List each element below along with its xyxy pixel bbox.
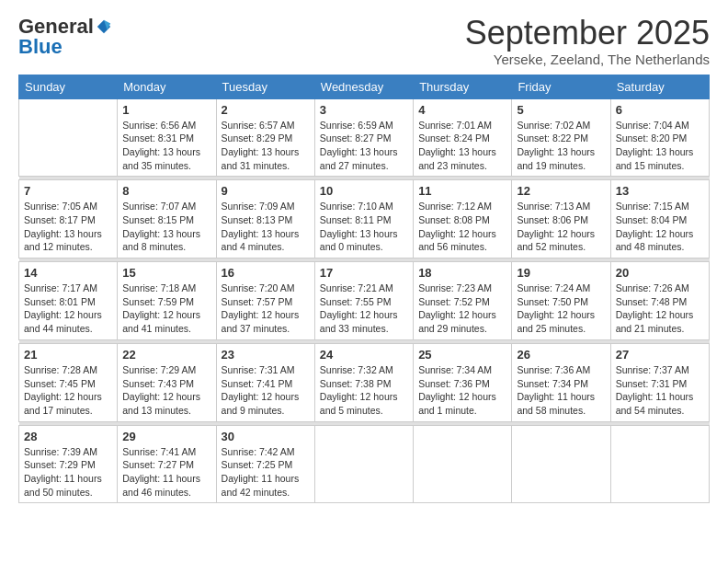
day-info: Sunrise: 7:34 AMSunset: 7:36 PMDaylight:… <box>418 363 506 418</box>
title-block: September 2025 Yerseke, Zeeland, The Net… <box>465 15 710 67</box>
day-number: 23 <box>222 348 310 362</box>
day-cell <box>314 425 413 503</box>
day-info: Sunrise: 7:41 AMSunset: 7:27 PMDaylight:… <box>122 445 210 500</box>
day-cell: 12Sunrise: 7:13 AMSunset: 8:06 PMDayligh… <box>512 180 610 259</box>
day-cell: 27Sunrise: 7:37 AMSunset: 7:31 PMDayligh… <box>610 343 709 421</box>
day-number: 24 <box>320 348 408 362</box>
weekday-header: Thursday <box>414 75 512 98</box>
day-number: 10 <box>320 184 408 198</box>
header: General Blue September 2025 Yerseke, Zee… <box>18 15 710 67</box>
day-info: Sunrise: 7:42 AMSunset: 7:25 PMDaylight:… <box>222 445 310 500</box>
day-cell: 14Sunrise: 7:17 AMSunset: 8:01 PMDayligh… <box>19 262 118 340</box>
day-info: Sunrise: 7:17 AMSunset: 8:01 PMDaylight:… <box>24 282 112 336</box>
day-number: 29 <box>122 430 210 443</box>
day-number: 12 <box>517 184 605 198</box>
day-number: 1 <box>122 103 210 117</box>
day-number: 4 <box>418 103 506 117</box>
day-cell <box>414 425 512 503</box>
day-number: 8 <box>122 184 210 198</box>
day-cell: 22Sunrise: 7:29 AMSunset: 7:43 PMDayligh… <box>118 343 216 421</box>
day-cell: 23Sunrise: 7:31 AMSunset: 7:41 PMDayligh… <box>216 343 314 421</box>
day-cell: 18Sunrise: 7:23 AMSunset: 7:52 PMDayligh… <box>414 262 512 340</box>
day-number: 11 <box>418 184 506 198</box>
day-info: Sunrise: 7:05 AMSunset: 8:17 PMDaylight:… <box>24 200 112 254</box>
day-cell: 15Sunrise: 7:18 AMSunset: 7:59 PMDayligh… <box>118 262 216 340</box>
day-number: 13 <box>616 184 704 198</box>
day-number: 17 <box>320 266 408 280</box>
week-row: 21Sunrise: 7:28 AMSunset: 7:45 PMDayligh… <box>19 343 710 421</box>
day-info: Sunrise: 7:09 AMSunset: 8:13 PMDaylight:… <box>222 200 310 254</box>
day-number: 14 <box>24 266 112 280</box>
day-cell: 26Sunrise: 7:36 AMSunset: 7:34 PMDayligh… <box>512 343 610 421</box>
day-info: Sunrise: 6:57 AMSunset: 8:29 PMDaylight:… <box>222 119 310 173</box>
day-info: Sunrise: 7:12 AMSunset: 8:08 PMDaylight:… <box>418 200 506 254</box>
day-cell <box>19 98 118 177</box>
day-info: Sunrise: 7:29 AMSunset: 7:43 PMDaylight:… <box>122 363 210 418</box>
day-number: 30 <box>222 430 310 443</box>
weekday-header: Tuesday <box>216 75 314 98</box>
day-cell: 24Sunrise: 7:32 AMSunset: 7:38 PMDayligh… <box>314 343 413 421</box>
day-number: 16 <box>222 266 310 280</box>
day-number: 26 <box>517 348 605 362</box>
day-info: Sunrise: 7:15 AMSunset: 8:04 PMDaylight:… <box>616 200 704 254</box>
day-cell: 13Sunrise: 7:15 AMSunset: 8:04 PMDayligh… <box>610 180 709 259</box>
month-title: September 2025 <box>465 15 710 52</box>
day-number: 7 <box>24 184 112 198</box>
calendar: SundayMondayTuesdayWednesdayThursdayFrid… <box>18 75 710 504</box>
logo-blue: Blue <box>18 35 63 59</box>
day-info: Sunrise: 7:31 AMSunset: 7:41 PMDaylight:… <box>222 363 310 418</box>
day-number: 6 <box>616 103 704 117</box>
day-cell: 28Sunrise: 7:39 AMSunset: 7:29 PMDayligh… <box>19 425 118 503</box>
day-number: 9 <box>222 184 310 198</box>
day-info: Sunrise: 7:36 AMSunset: 7:34 PMDaylight:… <box>517 363 605 418</box>
weekday-header: Friday <box>512 75 610 98</box>
day-info: Sunrise: 7:28 AMSunset: 7:45 PMDaylight:… <box>24 363 112 418</box>
day-number: 2 <box>222 103 310 117</box>
day-info: Sunrise: 7:02 AMSunset: 8:22 PMDaylight:… <box>517 119 605 173</box>
day-cell: 25Sunrise: 7:34 AMSunset: 7:36 PMDayligh… <box>414 343 512 421</box>
day-number: 3 <box>320 103 408 117</box>
logo-icon <box>96 18 112 35</box>
location: Yerseke, Zeeland, The Netherlands <box>465 52 710 67</box>
day-cell: 8Sunrise: 7:07 AMSunset: 8:15 PMDaylight… <box>118 180 216 259</box>
day-info: Sunrise: 7:07 AMSunset: 8:15 PMDaylight:… <box>122 200 210 254</box>
weekday-header: Saturday <box>610 75 709 98</box>
week-row: 28Sunrise: 7:39 AMSunset: 7:29 PMDayligh… <box>19 425 710 503</box>
week-row: 14Sunrise: 7:17 AMSunset: 8:01 PMDayligh… <box>19 262 710 340</box>
page: General Blue September 2025 Yerseke, Zee… <box>0 0 728 563</box>
day-cell: 3Sunrise: 6:59 AMSunset: 8:27 PMDaylight… <box>314 98 413 177</box>
day-cell <box>512 425 610 503</box>
day-number: 25 <box>418 348 506 362</box>
day-info: Sunrise: 7:04 AMSunset: 8:20 PMDaylight:… <box>616 119 704 173</box>
day-cell: 10Sunrise: 7:10 AMSunset: 8:11 PMDayligh… <box>314 180 413 259</box>
day-info: Sunrise: 7:10 AMSunset: 8:11 PMDaylight:… <box>320 200 408 254</box>
day-number: 15 <box>122 266 210 280</box>
day-number: 18 <box>418 266 506 280</box>
weekday-header: Monday <box>118 75 216 98</box>
day-info: Sunrise: 7:01 AMSunset: 8:24 PMDaylight:… <box>418 119 506 173</box>
day-info: Sunrise: 7:39 AMSunset: 7:29 PMDaylight:… <box>24 445 112 500</box>
day-info: Sunrise: 7:23 AMSunset: 7:52 PMDaylight:… <box>418 282 506 336</box>
day-cell: 5Sunrise: 7:02 AMSunset: 8:22 PMDaylight… <box>512 98 610 177</box>
day-cell: 4Sunrise: 7:01 AMSunset: 8:24 PMDaylight… <box>414 98 512 177</box>
day-number: 28 <box>24 430 112 443</box>
day-number: 27 <box>616 348 704 362</box>
header-row: SundayMondayTuesdayWednesdayThursdayFrid… <box>19 75 710 98</box>
day-cell: 1Sunrise: 6:56 AMSunset: 8:31 PMDaylight… <box>118 98 216 177</box>
day-number: 22 <box>122 348 210 362</box>
day-number: 5 <box>517 103 605 117</box>
day-info: Sunrise: 7:37 AMSunset: 7:31 PMDaylight:… <box>616 363 704 418</box>
day-info: Sunrise: 7:21 AMSunset: 7:55 PMDaylight:… <box>320 282 408 336</box>
day-cell: 19Sunrise: 7:24 AMSunset: 7:50 PMDayligh… <box>512 262 610 340</box>
week-row: 7Sunrise: 7:05 AMSunset: 8:17 PMDaylight… <box>19 180 710 259</box>
day-cell <box>610 425 709 503</box>
day-cell: 21Sunrise: 7:28 AMSunset: 7:45 PMDayligh… <box>19 343 118 421</box>
day-cell: 16Sunrise: 7:20 AMSunset: 7:57 PMDayligh… <box>216 262 314 340</box>
day-cell: 2Sunrise: 6:57 AMSunset: 8:29 PMDaylight… <box>216 98 314 177</box>
day-number: 20 <box>616 266 704 280</box>
day-info: Sunrise: 7:13 AMSunset: 8:06 PMDaylight:… <box>517 200 605 254</box>
day-info: Sunrise: 7:24 AMSunset: 7:50 PMDaylight:… <box>517 282 605 336</box>
day-cell: 9Sunrise: 7:09 AMSunset: 8:13 PMDaylight… <box>216 180 314 259</box>
day-cell: 7Sunrise: 7:05 AMSunset: 8:17 PMDaylight… <box>19 180 118 259</box>
day-cell: 30Sunrise: 7:42 AMSunset: 7:25 PMDayligh… <box>216 425 314 503</box>
